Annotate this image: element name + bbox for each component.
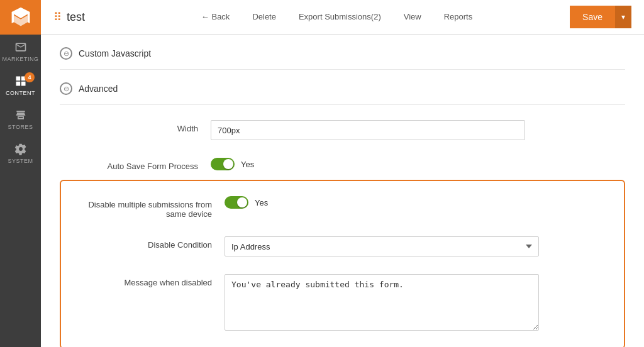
disable-multiple-toggle-row: Yes xyxy=(225,196,539,209)
topbar-brand: ⠿ test xyxy=(53,10,85,24)
sidebar-item-stores-label: Stores xyxy=(8,124,33,130)
advanced-section-header[interactable]: ⊖ Advanced xyxy=(60,70,625,105)
auto-save-yes-label: Yes xyxy=(241,160,254,169)
message-disabled-textarea[interactable] xyxy=(225,274,539,331)
main-area: ⠿ test ← Back Delete Export Submissions(… xyxy=(41,0,644,347)
message-disabled-control xyxy=(225,274,539,333)
sidebar-logo[interactable] xyxy=(0,0,41,35)
width-row: Width xyxy=(60,111,625,149)
topbar-nav: ← Back Delete Export Submissions(2) View… xyxy=(104,0,570,35)
view-button[interactable]: View xyxy=(392,0,433,35)
topbar-actions: Save ▾ xyxy=(570,6,631,28)
topbar: ⠿ test ← Back Delete Export Submissions(… xyxy=(41,0,644,35)
delete-button[interactable]: Delete xyxy=(241,0,287,35)
disable-condition-row: Disable Condition Cookie Ip Address Both xyxy=(74,228,611,265)
advanced-form: Width Auto Save Form Process Yes xyxy=(60,105,625,347)
message-disabled-row: Message when disabled xyxy=(74,265,611,341)
content-area: ⊖ Custom Javascript ⊖ Advanced Width Aut… xyxy=(41,35,644,347)
auto-save-control: Yes xyxy=(211,158,525,170)
sidebar-item-marketing-label: Marketing xyxy=(2,56,38,62)
width-label: Width xyxy=(60,120,198,133)
sidebar-item-content[interactable]: Content 4 xyxy=(0,69,41,102)
save-button-group: Save ▾ xyxy=(570,6,631,28)
auto-save-label: Auto Save Form Process xyxy=(60,158,198,171)
advanced-collapse-icon: ⊖ xyxy=(60,82,72,95)
width-control xyxy=(211,120,525,140)
disable-multiple-label: Disable multiple submissions from same d… xyxy=(74,196,212,219)
save-dropdown-button[interactable]: ▾ xyxy=(615,6,631,28)
disable-condition-control: Cookie Ip Address Both xyxy=(225,236,539,256)
width-input[interactable] xyxy=(211,120,525,140)
disable-condition-label: Disable Condition xyxy=(74,236,212,250)
sidebar-item-system-label: System xyxy=(8,158,33,164)
auto-save-row: Auto Save Form Process Yes xyxy=(60,149,625,180)
message-disabled-label: Message when disabled xyxy=(74,274,212,287)
custom-javascript-title: Custom Javascript xyxy=(79,48,151,58)
sidebar-item-marketing[interactable]: Marketing xyxy=(0,35,41,69)
auto-save-toggle[interactable] xyxy=(211,158,235,170)
auto-save-toggle-row: Yes xyxy=(211,158,525,170)
disable-condition-select[interactable]: Cookie Ip Address Both xyxy=(225,236,539,256)
sidebar-item-stores[interactable]: Stores xyxy=(0,102,41,136)
content-badge: 4 xyxy=(25,72,35,82)
save-button[interactable]: Save xyxy=(570,6,615,28)
reports-button[interactable]: Reports xyxy=(433,0,484,35)
export-submissions-button[interactable]: Export Submissions(2) xyxy=(287,0,392,35)
custom-javascript-collapse-icon: ⊖ xyxy=(60,47,72,60)
disable-multiple-yes-label: Yes xyxy=(255,198,268,207)
brand-name: test xyxy=(67,11,85,24)
disable-multiple-box: Disable multiple submissions from same d… xyxy=(60,180,625,347)
brand-dots: ⠿ xyxy=(53,10,62,24)
sidebar-item-content-label: Content xyxy=(6,90,35,96)
disable-multiple-row: Disable multiple submissions from same d… xyxy=(74,187,611,228)
custom-javascript-section-header[interactable]: ⊖ Custom Javascript xyxy=(60,35,625,70)
disable-multiple-control: Yes xyxy=(225,196,539,209)
advanced-title: Advanced xyxy=(79,84,118,94)
back-button[interactable]: ← Back xyxy=(190,0,242,35)
disable-multiple-toggle[interactable] xyxy=(225,196,248,209)
sidebar: Marketing Content 4 Stores System xyxy=(0,0,41,347)
sidebar-item-system[interactable]: System xyxy=(0,136,41,170)
